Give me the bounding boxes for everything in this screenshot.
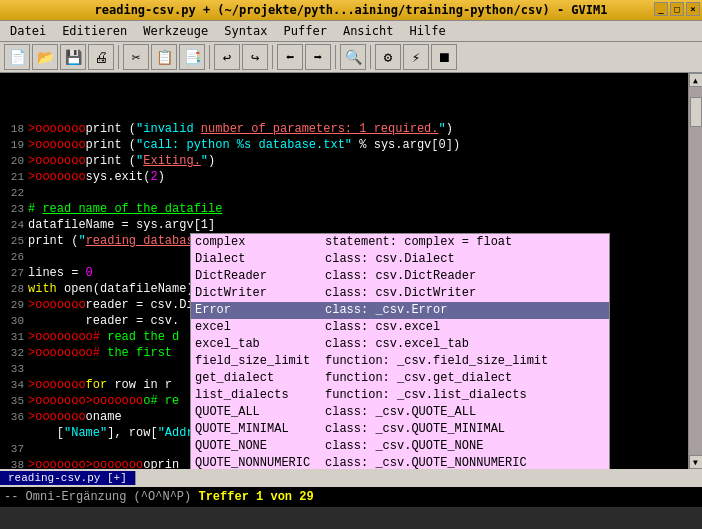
minimize-button[interactable]: _ [654, 2, 668, 16]
autocomplete-item[interactable]: QUOTE_ALLclass: _csv.QUOTE_ALL [191, 404, 609, 421]
autocomplete-item-desc: statement: complex = float [325, 235, 605, 250]
line-number: 36 [0, 409, 28, 425]
autocomplete-item-desc: class: csv.excel [325, 320, 605, 335]
toolbar-separator [209, 45, 210, 69]
line-content: >oooooooprint ("call: python %s database… [28, 137, 688, 153]
autocomplete-item[interactable]: get_dialectfunction: _csv.get_dialect [191, 370, 609, 387]
line-number: 34 [0, 377, 28, 393]
scroll-track[interactable] [689, 87, 703, 455]
line-content: >ooooooosys.exit(2) [28, 169, 688, 185]
toolbar: 📄📂💾🖨✂📋📑↩↪⬅➡🔍⚙⚡⏹ [0, 42, 702, 73]
line-number: 32 [0, 345, 28, 361]
scroll-up-arrow[interactable]: ▲ [689, 73, 703, 87]
omni-bar: -- Omni-Ergänzung (^O^N^P) Treffer 1 von… [0, 487, 702, 507]
toolbar-new-button[interactable]: 📄 [4, 44, 30, 70]
line-number: 21 [0, 169, 28, 185]
line-number: 26 [0, 249, 28, 265]
autocomplete-item-desc: class: _csv.QUOTE_NONE [325, 439, 605, 454]
code-line: 23# read name of the datafile [0, 201, 688, 217]
title-bar: reading-csv.py + (~/projekte/pyth...aini… [0, 0, 702, 21]
autocomplete-item-desc: class: _csv.QUOTE_MINIMAL [325, 422, 605, 437]
code-line: 19>oooooooprint ("call: python %s databa… [0, 137, 688, 153]
line-number: 35 [0, 393, 28, 409]
toolbar-run-button[interactable]: ⚡ [403, 44, 429, 70]
line-content: >oooooooprint ("invalid number of parame… [28, 121, 688, 137]
window-controls[interactable]: _ □ × [654, 2, 700, 16]
autocomplete-item-desc: class: csv.DictWriter [325, 286, 605, 301]
file-tab[interactable]: reading-csv.py [+] [0, 471, 136, 485]
autocomplete-item-name: QUOTE_ALL [195, 405, 325, 420]
autocomplete-item[interactable]: DictWriterclass: csv.DictWriter [191, 285, 609, 302]
line-number: 22 [0, 185, 28, 201]
code-line: 21>ooooooosys.exit(2) [0, 169, 688, 185]
autocomplete-item-name: list_dialects [195, 388, 325, 403]
line-number: 38 [0, 457, 28, 469]
autocomplete-item-desc: class: csv.DictReader [325, 269, 605, 284]
toolbar-paste-button[interactable]: 📑 [179, 44, 205, 70]
line-number: 23 [0, 201, 28, 217]
line-number: 37 [0, 441, 28, 457]
autocomplete-item[interactable]: Errorclass: _csv.Error [191, 302, 609, 319]
autocomplete-item-desc: class: csv.Dialect [325, 252, 605, 267]
toolbar-separator [335, 45, 336, 69]
autocomplete-item[interactable]: Dialectclass: csv.Dialect [191, 251, 609, 268]
menu-item-syntax[interactable]: Syntax [218, 23, 273, 39]
autocomplete-item-name: Dialect [195, 252, 325, 267]
toolbar-forward-button[interactable]: ➡ [305, 44, 331, 70]
close-button[interactable]: × [686, 2, 700, 16]
menu-item-werkzeuge[interactable]: Werkzeuge [137, 23, 214, 39]
toolbar-open-button[interactable]: 📂 [32, 44, 58, 70]
scrollbar-right[interactable]: ▲ ▼ [688, 73, 702, 469]
maximize-button[interactable]: □ [670, 2, 684, 16]
toolbar-copy-button[interactable]: 📋 [151, 44, 177, 70]
toolbar-find-button[interactable]: 🔍 [340, 44, 366, 70]
scroll-thumb[interactable] [690, 97, 702, 127]
toolbar-redo-button[interactable]: ↪ [242, 44, 268, 70]
line-number: 20 [0, 153, 28, 169]
line-number: 28 [0, 281, 28, 297]
autocomplete-item-name: QUOTE_NONNUMERIC [195, 456, 325, 469]
autocomplete-item-name: complex [195, 235, 325, 250]
autocomplete-item-name: QUOTE_MINIMAL [195, 422, 325, 437]
autocomplete-item-name: DictWriter [195, 286, 325, 301]
toolbar-undo-button[interactable]: ↩ [214, 44, 240, 70]
autocomplete-item-desc: class: _csv.Error [325, 303, 605, 318]
line-number: 19 [0, 137, 28, 153]
menu-item-editieren[interactable]: Editieren [56, 23, 133, 39]
autocomplete-item[interactable]: QUOTE_MINIMALclass: _csv.QUOTE_MINIMAL [191, 421, 609, 438]
autocomplete-item[interactable]: excel_tabclass: csv.excel_tab [191, 336, 609, 353]
toolbar-save-button[interactable]: 💾 [60, 44, 86, 70]
toolbar-separator [272, 45, 273, 69]
toolbar-build-button[interactable]: ⚙ [375, 44, 401, 70]
autocomplete-item-desc: function: _csv.list_dialects [325, 388, 605, 403]
autocomplete-item-name: excel [195, 320, 325, 335]
scroll-down-arrow[interactable]: ▼ [689, 455, 703, 469]
line-number: 24 [0, 217, 28, 233]
toolbar-stop-button[interactable]: ⏹ [431, 44, 457, 70]
toolbar-back-button[interactable]: ⬅ [277, 44, 303, 70]
menu-bar: DateiEditierenWerkzeugeSyntaxPufferAnsic… [0, 21, 702, 42]
title-text: reading-csv.py + (~/projekte/pyth...aini… [95, 3, 608, 17]
toolbar-cut-button[interactable]: ✂ [123, 44, 149, 70]
autocomplete-item[interactable]: QUOTE_NONNUMERICclass: _csv.QUOTE_NONNUM… [191, 455, 609, 469]
file-tab-bar: reading-csv.py [+] [0, 469, 702, 487]
menu-item-hilfe[interactable]: Hilfe [403, 23, 451, 39]
menu-item-datei[interactable]: Datei [4, 23, 52, 39]
menu-item-puffer[interactable]: Puffer [278, 23, 333, 39]
line-number: 25 [0, 233, 28, 249]
autocomplete-item[interactable]: excelclass: csv.excel [191, 319, 609, 336]
autocomplete-item[interactable]: field_size_limitfunction: _csv.field_siz… [191, 353, 609, 370]
editor-main[interactable]: 18>oooooooprint ("invalid number of para… [0, 73, 688, 469]
autocomplete-item[interactable]: QUOTE_NONEclass: _csv.QUOTE_NONE [191, 438, 609, 455]
toolbar-print-button[interactable]: 🖨 [88, 44, 114, 70]
code-line: 20>oooooooprint ("Exiting.") [0, 153, 688, 169]
line-number: 27 [0, 265, 28, 281]
autocomplete-item-desc: class: _csv.QUOTE_NONNUMERIC [325, 456, 605, 469]
autocomplete-popup[interactable]: complexstatement: complex = floatDialect… [190, 233, 610, 469]
autocomplete-item[interactable]: DictReaderclass: csv.DictReader [191, 268, 609, 285]
autocomplete-item[interactable]: list_dialectsfunction: _csv.list_dialect… [191, 387, 609, 404]
autocomplete-item[interactable]: complexstatement: complex = float [191, 234, 609, 251]
autocomplete-item-name: excel_tab [195, 337, 325, 352]
menu-item-ansicht[interactable]: Ansicht [337, 23, 400, 39]
autocomplete-item-name: Error [195, 303, 325, 318]
